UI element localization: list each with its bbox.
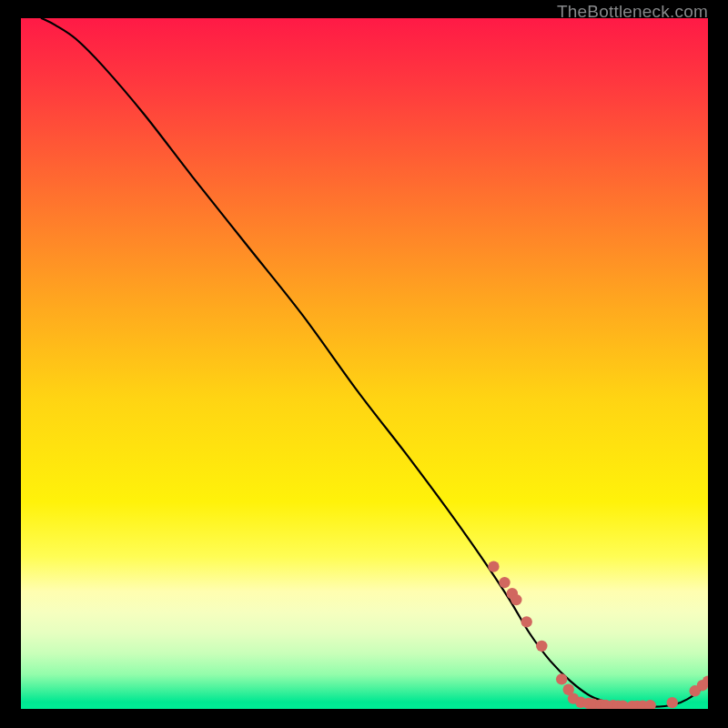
data-marker xyxy=(600,700,611,709)
data-marker xyxy=(499,577,510,588)
data-marker xyxy=(511,594,521,605)
data-marker xyxy=(582,698,593,709)
data-marker xyxy=(588,698,599,709)
data-marker xyxy=(595,699,606,709)
data-marker xyxy=(637,701,648,709)
data-marker xyxy=(667,697,678,708)
data-marker xyxy=(632,701,642,709)
data-marker xyxy=(563,684,574,695)
data-marker xyxy=(575,697,586,708)
data-marker xyxy=(627,701,638,709)
chart-root: TheBottleneck.com xyxy=(0,0,728,728)
data-marker xyxy=(689,685,700,696)
data-marker xyxy=(697,680,708,691)
data-marker xyxy=(612,700,623,709)
data-marker xyxy=(644,700,655,709)
data-marker xyxy=(556,673,567,684)
data-marker xyxy=(703,675,708,686)
data-marker xyxy=(536,641,547,652)
bottleneck-curve xyxy=(42,18,708,707)
data-marker xyxy=(507,588,518,599)
data-marker xyxy=(488,561,499,571)
data-marker xyxy=(521,616,531,627)
data-marker xyxy=(608,700,619,709)
data-marker xyxy=(617,701,628,709)
marker-layer xyxy=(488,561,708,709)
plot-area xyxy=(21,18,708,709)
data-marker xyxy=(568,693,579,703)
chart-overlay xyxy=(21,18,708,709)
